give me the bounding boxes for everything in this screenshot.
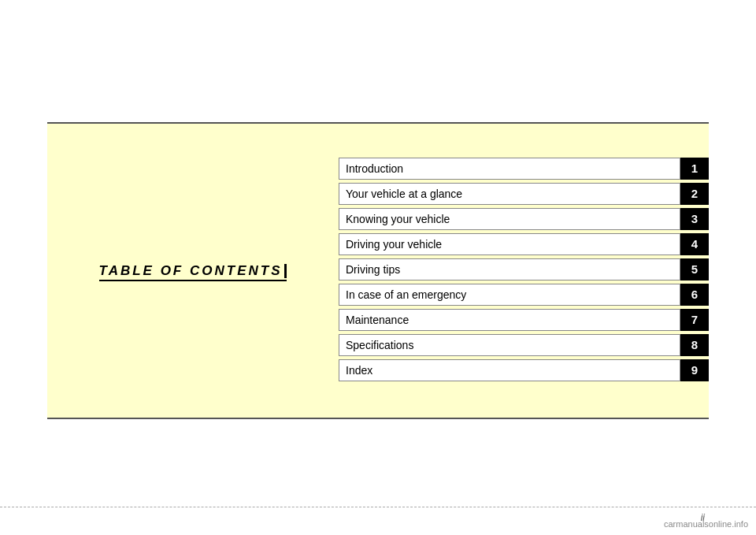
toc-item-label-9: Index: [339, 359, 680, 381]
toc-item-number-1: 1: [680, 158, 709, 180]
toc-item-6[interactable]: In case of an emergency 6: [339, 284, 709, 306]
toc-item-9[interactable]: Index 9: [339, 359, 709, 381]
toc-item-label-4: Driving your vehicle: [339, 233, 680, 255]
toc-item-label-7: Maintenance: [339, 309, 680, 331]
watermark: carmanualsonline.info: [664, 519, 748, 529]
toc-item-5[interactable]: Driving tips 5: [339, 258, 709, 281]
toc-item-1[interactable]: Introduction 1: [339, 158, 709, 180]
dashed-line: [0, 507, 756, 507]
toc-item-number-8: 8: [680, 334, 709, 356]
toc-item-number-7: 7: [680, 309, 709, 331]
toc-item-7[interactable]: Maintenance 7: [339, 309, 709, 331]
toc-item-number-5: 5: [680, 258, 709, 281]
toc-item-label-3: Knowing your vehicle: [339, 208, 680, 230]
page-container: TABLE OF CONTENTS Introduction 1 Your ve…: [0, 0, 756, 535]
toc-item-label-1: Introduction: [339, 158, 680, 180]
toc-item-label-8: Specifications: [339, 334, 680, 356]
content-area: TABLE OF CONTENTS Introduction 1 Your ve…: [47, 124, 709, 418]
left-panel: TABLE OF CONTENTS: [47, 124, 339, 418]
toc-title-text: TABLE OF CONTENTS: [99, 263, 283, 278]
toc-item-number-3: 3: [680, 208, 709, 230]
cursor-bar: [284, 264, 287, 278]
toc-item-label-5: Driving tips: [339, 258, 680, 281]
toc-item-8[interactable]: Specifications 8: [339, 334, 709, 356]
toc-item-number-9: 9: [680, 359, 709, 381]
right-panel: Introduction 1 Your vehicle at a glance …: [339, 124, 709, 418]
toc-title: TABLE OF CONTENTS: [99, 263, 287, 279]
toc-item-number-4: 4: [680, 233, 709, 255]
toc-item-label-2: Your vehicle at a glance: [339, 183, 680, 205]
toc-item-label-6: In case of an emergency: [339, 284, 680, 306]
toc-item-2[interactable]: Your vehicle at a glance 2: [339, 183, 709, 205]
toc-item-3[interactable]: Knowing your vehicle 3: [339, 208, 709, 230]
bottom-rule-line: [47, 418, 709, 419]
toc-item-number-6: 6: [680, 284, 709, 306]
toc-item-4[interactable]: Driving your vehicle 4: [339, 233, 709, 255]
toc-item-number-2: 2: [680, 183, 709, 205]
